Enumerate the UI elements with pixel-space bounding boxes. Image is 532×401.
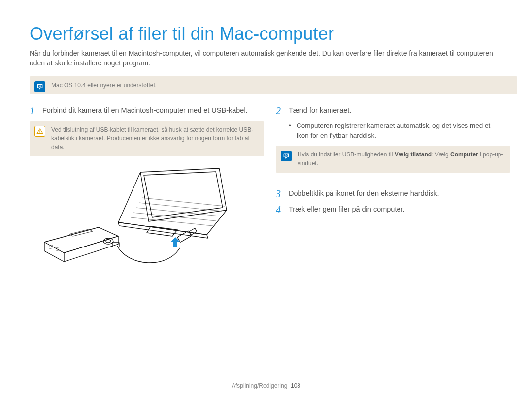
document-page: Overførsel af filer til din Mac-computer…: [0, 0, 532, 401]
svg-point-3: [106, 240, 111, 243]
note-top: Mac OS 10.4 eller nyere er understøttet.: [30, 76, 517, 94]
warning-text: Ved tilslutning af USB-kablet til kamera…: [51, 126, 253, 151]
usb-connection-illustration: [30, 163, 236, 274]
info-icon: [281, 151, 292, 161]
text-bold: Vælg tilstand: [395, 151, 432, 158]
text: : Vælg: [432, 151, 450, 158]
note-top-text: Mac OS 10.4 eller nyere er understøttet.: [51, 82, 157, 89]
step-2-bullet: Computeren registrerer kameraet automati…: [289, 121, 502, 141]
svg-point-1: [39, 132, 40, 133]
intro-paragraph: Når du forbinder kameraet til en Macinto…: [30, 48, 502, 68]
step-3: 3 Dobbeltklik på ikonet for den eksterne…: [276, 188, 502, 199]
step-text: Tænd for kameraet.: [289, 105, 351, 116]
warning-icon: [34, 126, 45, 137]
columns: 1 Forbind dit kamera til en Macintosh-co…: [30, 105, 502, 274]
page-footer: Afspilning/Redigering 108: [30, 382, 502, 389]
step-text: Dobbeltklik på ikonet for den eksterne h…: [289, 188, 439, 199]
left-column: 1 Forbind dit kamera til en Macintosh-co…: [30, 105, 256, 274]
step-text: Forbind dit kamera til en Macintosh-comp…: [42, 105, 248, 116]
page-number: 108: [291, 382, 300, 389]
svg-rect-6: [189, 228, 197, 235]
bullet-text: Computeren registrerer kameraet automati…: [297, 121, 502, 141]
right-column: 2 Tænd for kameraet. Computeren registre…: [276, 105, 502, 274]
warning-box: Ved tilslutning af USB-kablet til kamera…: [30, 121, 264, 156]
step-number: 3: [276, 188, 284, 199]
note-usb-mode: Hvis du indstiller USB-muligheden til Væ…: [276, 146, 510, 173]
step-2: 2 Tænd for kameraet.: [276, 105, 502, 116]
footer-section: Afspilning/Redigering: [232, 382, 287, 389]
step-4: 4 Træk eller gem filer på din computer.: [276, 204, 502, 215]
step-1: 1 Forbind dit kamera til en Macintosh-co…: [30, 105, 256, 116]
step-text: Træk eller gem filer på din computer.: [289, 204, 405, 215]
step-number: 1: [30, 105, 37, 116]
text-bold: Computer: [450, 151, 478, 158]
step-number: 4: [276, 204, 284, 215]
step-number: 2: [276, 105, 284, 116]
info-icon: [34, 81, 45, 92]
text: Hvis du indstiller USB-muligheden til: [298, 151, 395, 158]
page-title: Overførsel af filer til din Mac-computer: [30, 24, 502, 44]
note-usb-text: Hvis du indstiller USB-muligheden til Væ…: [298, 151, 503, 166]
